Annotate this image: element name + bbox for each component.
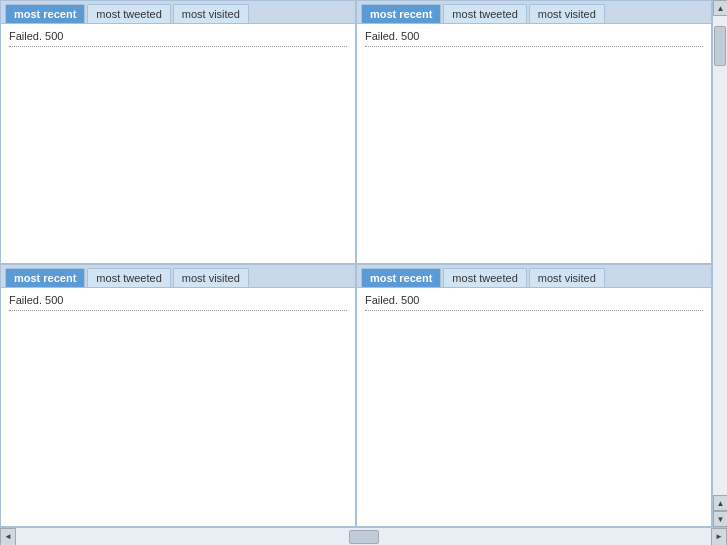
panel-top-right-tabs: most recent most tweeted most visited bbox=[357, 1, 711, 24]
tab-bottom-right-most-tweeted[interactable]: most tweeted bbox=[443, 268, 526, 287]
tab-top-left-most-visited[interactable]: most visited bbox=[173, 4, 249, 23]
panel-top-right-body: Failed. 500 bbox=[357, 24, 711, 263]
scroll-right-button[interactable]: ► bbox=[711, 528, 727, 546]
tab-bottom-left-most-tweeted[interactable]: most tweeted bbox=[87, 268, 170, 287]
scroll-up-small-button[interactable]: ▲ bbox=[713, 495, 727, 511]
tab-top-right-most-recent[interactable]: most recent bbox=[361, 4, 441, 23]
panel-top-left-tabs: most recent most tweeted most visited bbox=[1, 1, 355, 24]
scroll-down-button[interactable]: ▼ bbox=[713, 511, 727, 527]
panel-top-left-error: Failed. 500 bbox=[9, 30, 347, 47]
tab-bottom-left-most-visited[interactable]: most visited bbox=[173, 268, 249, 287]
panel-bottom-left-body: Failed. 500 bbox=[1, 288, 355, 527]
panel-bottom-right-body: Failed. 500 bbox=[357, 288, 711, 527]
panel-top-right-error: Failed. 500 bbox=[365, 30, 703, 47]
scroll-left-button[interactable]: ◄ bbox=[0, 528, 16, 546]
panel-bottom-right: most recent most tweeted most visited Fa… bbox=[356, 264, 712, 528]
h-scroll-thumb[interactable] bbox=[349, 530, 379, 544]
scroll-track[interactable] bbox=[713, 16, 727, 495]
panel-bottom-right-error: Failed. 500 bbox=[365, 294, 703, 311]
tab-bottom-right-most-recent[interactable]: most recent bbox=[361, 268, 441, 287]
panel-bottom-left-tabs: most recent most tweeted most visited bbox=[1, 265, 355, 288]
panels-grid: most recent most tweeted most visited Fa… bbox=[0, 0, 712, 527]
horizontal-scrollbar[interactable]: ◄ ► bbox=[0, 527, 727, 545]
tab-top-right-most-visited[interactable]: most visited bbox=[529, 4, 605, 23]
scroll-thumb[interactable] bbox=[714, 26, 726, 66]
panel-bottom-right-tabs: most recent most tweeted most visited bbox=[357, 265, 711, 288]
scroll-bottom-buttons: ▲ ▼ bbox=[713, 495, 727, 527]
tab-top-left-most-recent[interactable]: most recent bbox=[5, 4, 85, 23]
tab-bottom-left-most-recent[interactable]: most recent bbox=[5, 268, 85, 287]
panel-top-left-body: Failed. 500 bbox=[1, 24, 355, 263]
tab-top-right-most-tweeted[interactable]: most tweeted bbox=[443, 4, 526, 23]
panel-bottom-left-error: Failed. 500 bbox=[9, 294, 347, 311]
vertical-scrollbar[interactable]: ▲ ▲ ▼ bbox=[712, 0, 727, 527]
main-content: most recent most tweeted most visited Fa… bbox=[0, 0, 727, 527]
panel-top-right: most recent most tweeted most visited Fa… bbox=[356, 0, 712, 264]
tab-bottom-right-most-visited[interactable]: most visited bbox=[529, 268, 605, 287]
panel-bottom-left: most recent most tweeted most visited Fa… bbox=[0, 264, 356, 528]
tab-top-left-most-tweeted[interactable]: most tweeted bbox=[87, 4, 170, 23]
panel-top-left: most recent most tweeted most visited Fa… bbox=[0, 0, 356, 264]
h-scroll-track[interactable] bbox=[16, 528, 711, 545]
scroll-up-button[interactable]: ▲ bbox=[713, 0, 727, 16]
